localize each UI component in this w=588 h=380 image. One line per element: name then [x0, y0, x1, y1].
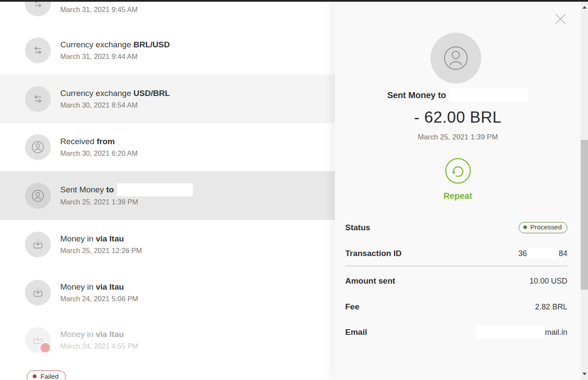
field-row-transaction-id: Transaction ID 36 84 — [345, 247, 567, 260]
redacted-recipient-name — [117, 183, 193, 196]
window-top-edge — [0, 0, 588, 2]
field-label: Transaction ID — [345, 249, 402, 258]
transaction-date: March 31, 2021 9:44 AM — [60, 51, 170, 62]
field-row-fee: Fee 2.82 BRL — [345, 300, 567, 313]
processed-badge-label: Processed — [530, 223, 562, 231]
exchange-icon — [25, 0, 51, 16]
redacted-transaction-id — [528, 248, 557, 259]
field-label: Email — [345, 327, 367, 337]
transaction-detail-panel: Sent Money to - 62.00 BRL March 25, 2021… — [335, 0, 581, 380]
transaction-date: March 24, 2021 4:55 PM — [60, 340, 138, 352]
fee-value: 2.82 BRL — [535, 303, 567, 312]
transaction-title: Money in via Itau — [60, 328, 138, 340]
scrollbar-up-button[interactable] — [581, 3, 588, 11]
scrollbar-down-button[interactable] — [581, 370, 588, 377]
transaction-title: Money in via Itau — [60, 281, 138, 293]
transaction-date: March 31, 2021 9:45 AM — [60, 4, 336, 15]
transaction-date: March 25, 2021 12:26 PM — [60, 245, 142, 256]
scrollbar-thumb[interactable] — [581, 140, 588, 290]
failed-notification-dot — [39, 342, 51, 354]
transaction-title: Received from — [60, 135, 138, 148]
transaction-row-exchange-brl-usd[interactable]: Currency exchange BRL/USD March 31, 2021… — [0, 26, 336, 74]
amount-sent-value: 10.00 USD — [529, 277, 567, 286]
failed-dot-icon — [33, 374, 37, 378]
field-label: Amount sent — [345, 276, 395, 286]
money-in-icon — [25, 232, 51, 257]
transaction-date: March 24, 2021 5:06 PM — [60, 293, 138, 305]
transaction-title: Currency exchange USD/BRL — [60, 87, 170, 99]
repeat-icon — [445, 158, 471, 186]
field-divider — [345, 266, 567, 266]
failed-status-badge: Failed — [27, 371, 66, 380]
scrollbar-down-icon — [582, 373, 587, 375]
detail-heading: Sent Money to — [387, 90, 446, 100]
transaction-row-received[interactable]: Received from March 30, 2021 6:20 AM — [0, 123, 336, 171]
transaction-amount: - 62.00 BRL — [335, 108, 581, 127]
app-screen: March 31, 2021 9:45 AM Currency exchange… — [0, 0, 588, 380]
processed-dot-icon — [523, 226, 527, 229]
exchange-icon — [25, 86, 51, 112]
transaction-title: Sent Money to — [60, 183, 193, 196]
exchange-icon — [25, 37, 51, 63]
money-in-icon — [25, 280, 51, 306]
transaction-id-value: 36 84 — [518, 248, 567, 259]
vertical-scrollbar[interactable] — [581, 0, 588, 380]
redacted-email — [476, 325, 544, 339]
transaction-date: March 25, 2021 1:39 PM — [60, 196, 193, 208]
transaction-title: Money in via Itau — [60, 232, 142, 245]
transaction-date: March 30, 2021 8:54 AM — [60, 99, 170, 111]
scrollbar-up-icon — [582, 6, 587, 9]
email-value: mail.in — [476, 325, 567, 339]
transaction-row-partial[interactable]: March 31, 2021 9:45 AM — [0, 0, 336, 26]
transaction-row-sent-money[interactable]: Sent Money to March 25, 2021 1:39 PM — [0, 171, 336, 220]
failed-badge-label: Failed — [40, 373, 59, 380]
field-label: Status — [345, 223, 370, 232]
field-row-status: Status Processed — [345, 221, 567, 234]
processed-status-badge: Processed — [519, 222, 567, 233]
field-row-amount-sent: Amount sent 10.00 USD — [345, 275, 567, 287]
transaction-date: March 30, 2021 6:20 AM — [60, 148, 138, 159]
person-icon — [25, 134, 51, 160]
avatar — [430, 33, 481, 83]
transaction-row-exchange-usd-brl[interactable]: Currency exchange USD/BRL March 30, 2021… — [0, 74, 336, 123]
transaction-row-money-in-2[interactable]: Money in via Itau March 24, 2021 5:06 PM — [0, 269, 336, 317]
close-icon[interactable] — [554, 13, 566, 25]
redacted-recipient-name — [449, 89, 528, 102]
repeat-button[interactable]: Repeat — [335, 158, 581, 201]
transaction-title: Currency exchange BRL/USD — [60, 38, 170, 51]
repeat-label: Repeat — [443, 191, 472, 201]
transaction-datetime: March 25, 2021 1:39 PM — [335, 133, 581, 142]
person-icon — [25, 183, 51, 209]
field-row-email: Email mail.in — [345, 325, 567, 339]
transaction-row-money-in-1[interactable]: Money in via Itau March 25, 2021 12:26 P… — [0, 220, 336, 269]
field-label: Fee — [345, 302, 359, 312]
